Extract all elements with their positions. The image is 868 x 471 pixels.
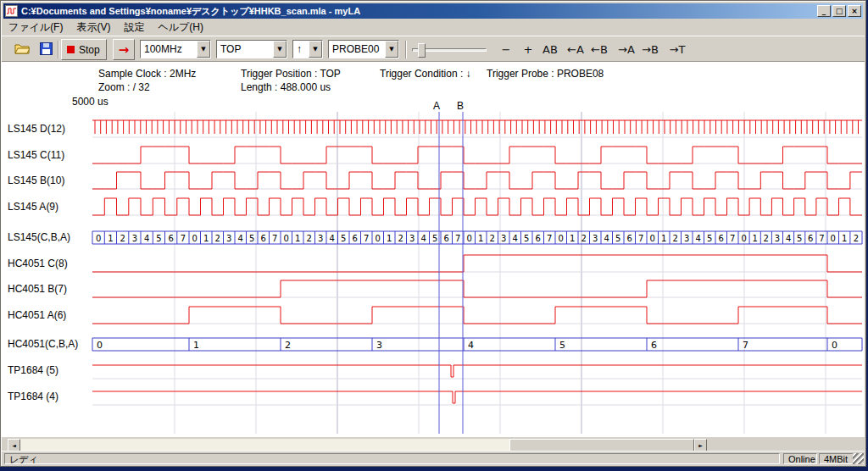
clock-combobox-value: 100MHz: [141, 41, 197, 58]
toolbar: Stop → 100MHz ▼ TOP ▼ ↑ ▼ PROBE00 ▼ −+AB…: [2, 36, 865, 62]
scroll-right-button[interactable]: ►: [694, 439, 707, 452]
clock-combobox[interactable]: 100MHz ▼: [140, 40, 211, 58]
cursor-a-label[interactable]: A: [433, 100, 440, 112]
cursor-b-prev-button[interactable]: ←B: [588, 40, 610, 59]
goto-trigger-button[interactable]: →T: [666, 40, 688, 59]
title-bar: C:¥Documents and Settings¥noname¥デスクトップ¥…: [3, 3, 863, 19]
status-bar: レディ Online 4MBit: [2, 451, 865, 465]
menu-item-0[interactable]: ファイル(F): [2, 19, 70, 36]
trigger-position-combobox-value: TOP: [217, 41, 273, 58]
channel-label-ls145-c-11: LS145 C(11): [8, 149, 64, 161]
probe-combobox-value: PROBE00: [329, 41, 385, 58]
channel-label-hc4051-c-b-a: HC4051(C,B,A): [8, 338, 78, 350]
run-button[interactable]: →: [113, 39, 135, 60]
channel-label-hc4051-a-6: HC4051 A(6): [8, 309, 66, 321]
trigger-position-combobox[interactable]: TOP ▼: [216, 40, 287, 58]
channel-label-hc4051-b-7: HC4051 B(7): [8, 283, 67, 295]
trigger-condition-info: Trigger Condition : ↓: [380, 68, 471, 80]
toolbar-separator: [405, 41, 407, 58]
cursor-b-label[interactable]: B: [457, 100, 464, 112]
window-title: C:¥Documents and Settings¥noname¥デスクトップ¥…: [21, 5, 815, 18]
app-icon: [5, 5, 18, 17]
dropdown-arrow-icon[interactable]: ▼: [309, 41, 322, 58]
status-ready-text: レディ: [4, 453, 780, 464]
trigger-probe-info: Trigger Probe : PROBE08: [487, 68, 604, 80]
cursor-b-next-button[interactable]: →B: [639, 40, 661, 59]
probe-combobox[interactable]: PROBE00 ▼: [328, 40, 399, 58]
waveform-background: [2, 62, 865, 437]
menu-item-2[interactable]: 設定: [117, 19, 151, 36]
channel-label-ls145-a-9: LS145 A(9): [8, 201, 58, 213]
save-floppy-icon: [40, 42, 53, 55]
toolbar-separator: [58, 41, 59, 58]
open-folder-icon: [14, 42, 30, 54]
menu-item-1[interactable]: 表示(V): [70, 19, 117, 36]
ab-cursor-button[interactable]: AB: [539, 40, 561, 59]
time-axis-label: 5000 us: [72, 96, 108, 108]
dropdown-arrow-icon[interactable]: ▼: [273, 41, 287, 58]
trigger-position-info: Trigger Position : TOP: [241, 68, 341, 80]
open-button[interactable]: [12, 40, 32, 59]
scrollbar-thumb[interactable]: [509, 439, 694, 452]
zoom-slider-thumb[interactable]: [418, 43, 426, 58]
channel-label-tp1684-5: TP1684 (5): [8, 364, 58, 376]
horizontal-scrollbar[interactable]: ◄ ►: [8, 439, 707, 452]
trigger-direction-combobox-value: ↑: [293, 41, 309, 58]
scroll-left-button[interactable]: ◄: [8, 439, 20, 452]
zoom-info: Zoom : / 32: [98, 81, 150, 93]
trigger-direction-combobox[interactable]: ↑ ▼: [292, 40, 323, 58]
cursor-a-prev-button[interactable]: ←A: [565, 40, 587, 59]
save-button[interactable]: [36, 40, 56, 59]
dropdown-arrow-icon[interactable]: ▼: [197, 41, 210, 58]
menu-item-3[interactable]: ヘルプ(H): [151, 19, 210, 36]
resize-grip[interactable]: [853, 453, 864, 464]
zoom-slider[interactable]: [412, 48, 487, 52]
cursor-a-next-button[interactable]: →A: [615, 40, 637, 59]
sample-clock-info: Sample Clock : 2MHz: [98, 68, 196, 80]
close-button[interactable]: ×: [848, 5, 861, 17]
status-online-badge: Online: [783, 453, 817, 464]
zoom-in-button[interactable]: +: [517, 40, 539, 59]
maximize-button[interactable]: □: [832, 5, 846, 17]
channel-label-tp1684-4: TP1684 (4): [8, 391, 58, 402]
channel-label-hc4051-c-8: HC4051 C(8): [8, 258, 68, 269]
channel-label-ls145-d-12: LS145 D(12): [8, 123, 65, 135]
status-memory-badge: 4MBit: [819, 453, 854, 464]
stop-button-label: Stop: [79, 44, 100, 56]
minimize-button[interactable]: _: [817, 5, 831, 17]
menu-bar: ファイル(F)表示(V)設定ヘルプ(H): [2, 19, 865, 36]
zoom-out-button[interactable]: −: [495, 40, 517, 59]
length-info: Length : 488.000 us: [241, 81, 331, 93]
stop-square-icon: [67, 46, 75, 53]
channel-label-ls145-b-10: LS145 B(10): [8, 175, 64, 186]
dropdown-arrow-icon[interactable]: ▼: [385, 41, 398, 58]
stop-button[interactable]: Stop: [61, 39, 107, 60]
channel-label-ls145-c-b-a: LS145(C,B,A): [8, 231, 70, 243]
app-window: C:¥Documents and Settings¥noname¥デスクトップ¥…: [0, 0, 866, 467]
